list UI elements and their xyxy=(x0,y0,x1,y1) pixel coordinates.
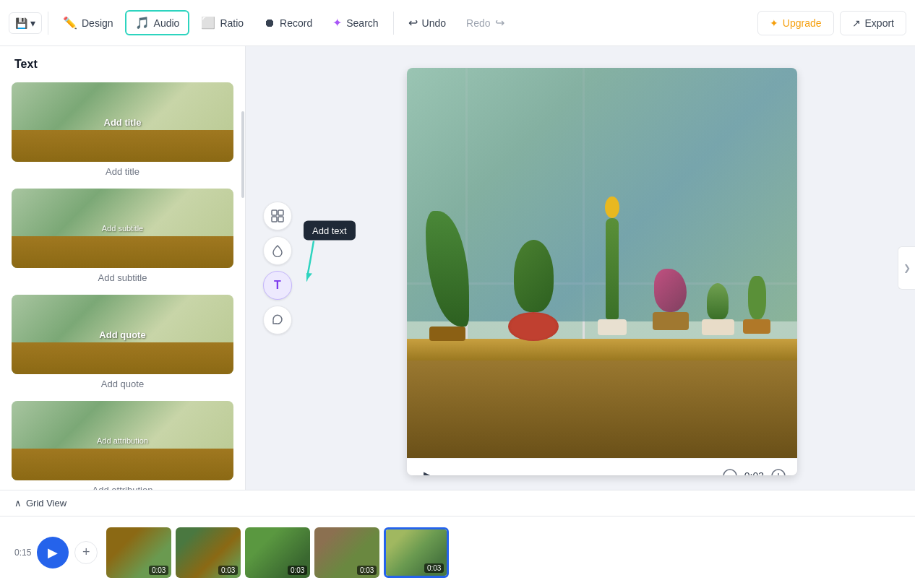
right-panel-chevron-icon: ❯ xyxy=(903,263,911,273)
export-button[interactable]: ↗ Export xyxy=(840,11,906,35)
plant-succulent xyxy=(649,269,692,341)
svg-point-5 xyxy=(723,470,736,475)
save-icon: 💾 xyxy=(15,17,27,29)
save-button[interactable]: 💾 ▾ xyxy=(9,12,42,34)
add-subtitle-thumb: Add subtitle xyxy=(12,189,233,268)
tooltip-text: Add text xyxy=(312,225,347,236)
succulent-pot xyxy=(653,312,689,330)
add-quote-overlay: Add quote xyxy=(99,329,145,340)
right-panel-toggle[interactable]: ❯ xyxy=(898,246,915,290)
cactus-scene xyxy=(407,68,797,458)
clip-2-duration: 0:03 xyxy=(218,566,238,575)
toolbar-right: ✦ Upgrade ↗ Export xyxy=(757,11,906,35)
plant-small xyxy=(739,276,775,341)
clip-1[interactable]: 0:03 xyxy=(106,527,171,578)
add-subtitle-bg: Add subtitle xyxy=(12,189,233,268)
record-label: Record xyxy=(280,17,312,29)
record-icon: ⏺ xyxy=(264,17,275,30)
timeline-time: 0:15 xyxy=(14,548,31,558)
color-tool-icon xyxy=(271,244,284,257)
sidebar-scrollbar[interactable] xyxy=(241,104,245,490)
time-controls: 0:03 xyxy=(723,469,786,475)
save-dropdown-icon: ▾ xyxy=(30,17,35,29)
timeline-play-button[interactable]: ▶ xyxy=(37,537,69,568)
toolbar-divider-2 xyxy=(393,12,394,35)
clip-5-duration: 0:03 xyxy=(424,563,444,573)
search-icon: ✦ xyxy=(332,16,342,30)
plant-round-cactus xyxy=(504,240,562,341)
timeline-add-icon: + xyxy=(82,545,90,560)
add-title-bg: Add title xyxy=(12,82,233,162)
aloe-body xyxy=(426,211,469,327)
undo-icon: ↩ xyxy=(408,16,418,30)
audio-label: Audio xyxy=(154,17,180,29)
clip-4[interactable]: 0:03 xyxy=(314,527,379,578)
design-button[interactable]: ✏️ Design xyxy=(54,12,122,34)
add-subtitle-card[interactable]: Add subtitle Add subtitle xyxy=(12,189,233,283)
color-tool-button[interactable] xyxy=(263,236,292,265)
tall-cactus-pot xyxy=(598,319,627,335)
redo-icon: ↪ xyxy=(495,16,504,30)
add-attribution-overlay: Add attribution xyxy=(97,436,148,445)
add-attribution-card[interactable]: Add attribution Add attribution xyxy=(12,401,233,490)
redo-button[interactable]: Redo ↪ xyxy=(458,12,512,34)
add-attribution-label: Add attribution xyxy=(12,485,233,490)
plant-cup xyxy=(700,283,736,341)
svg-marker-4 xyxy=(306,273,312,281)
small-plant-body xyxy=(748,276,766,319)
add-subtitle-label: Add subtitle xyxy=(12,272,233,283)
audio-icon: 🎵 xyxy=(135,16,150,30)
svg-rect-0 xyxy=(272,210,277,215)
tall-cactus-body xyxy=(606,218,619,319)
grid-tool-button[interactable] xyxy=(263,202,292,230)
search-button[interactable]: ✦ Search xyxy=(324,12,387,34)
round-cactus-pot xyxy=(508,312,559,341)
time-decrease-button[interactable] xyxy=(723,469,737,475)
clip-1-duration: 0:03 xyxy=(149,566,168,575)
time-minus-icon xyxy=(723,469,737,475)
add-quote-card[interactable]: Add quote Add quote xyxy=(12,295,233,389)
grid-view-button[interactable]: ∧ Grid View xyxy=(14,498,66,509)
add-quote-label: Add quote xyxy=(12,379,233,389)
rotate-tool-button[interactable] xyxy=(263,306,292,334)
clip-2[interactable]: 0:03 xyxy=(176,527,241,578)
svg-rect-2 xyxy=(272,217,277,222)
canvas-play-icon: ▶ xyxy=(424,468,434,475)
timeline-add-button[interactable]: + xyxy=(74,541,98,564)
clip-4-duration: 0:03 xyxy=(357,566,377,575)
tooltip-arrow-icon xyxy=(306,241,343,285)
text-tool-button[interactable]: T xyxy=(263,271,292,300)
round-cactus-body xyxy=(514,240,554,312)
undo-label: Undo xyxy=(422,17,446,29)
cactus-flower xyxy=(605,196,619,218)
audio-button[interactable]: 🎵 Audio xyxy=(125,10,190,35)
canvas-play-button[interactable]: ▶ xyxy=(418,466,439,475)
time-increase-button[interactable] xyxy=(771,469,786,475)
svg-rect-1 xyxy=(278,210,283,215)
add-title-overlay: Add title xyxy=(104,117,142,128)
text-tool-icon: T xyxy=(274,279,281,292)
export-label: Export xyxy=(865,17,894,29)
upgrade-button[interactable]: ✦ Upgrade xyxy=(757,11,834,35)
clip-5[interactable]: 0:03 xyxy=(384,527,449,578)
sidebar-title: Text xyxy=(0,46,245,77)
add-title-label: Add title xyxy=(12,166,233,177)
add-title-card[interactable]: Add title Add title xyxy=(12,82,233,177)
ratio-button[interactable]: ⬜ Ratio xyxy=(192,12,252,34)
record-button[interactable]: ⏺ Record xyxy=(255,12,321,34)
sidebar-scrollbar-thumb xyxy=(241,111,244,198)
sidebar-scroll[interactable]: Add title Add title Add subtitle Add sub… xyxy=(0,77,245,490)
search-label: Search xyxy=(346,17,378,29)
small-plant-pot xyxy=(743,319,770,334)
undo-button[interactable]: ↩ Undo xyxy=(400,12,455,34)
clip-3[interactable]: 0:03 xyxy=(245,527,310,578)
plant-tall-cactus xyxy=(590,196,634,341)
succulent-body xyxy=(654,269,687,312)
preview-image xyxy=(407,68,797,458)
add-attribution-bg: Add attribution xyxy=(12,401,233,480)
side-tools: T xyxy=(263,202,292,334)
timeline-controls: 0:15 ▶ + xyxy=(14,537,98,568)
plant-aloe xyxy=(418,211,476,341)
main-area: Text Add title Add title Add subtitle xyxy=(0,46,915,490)
ratio-label: Ratio xyxy=(220,17,244,29)
